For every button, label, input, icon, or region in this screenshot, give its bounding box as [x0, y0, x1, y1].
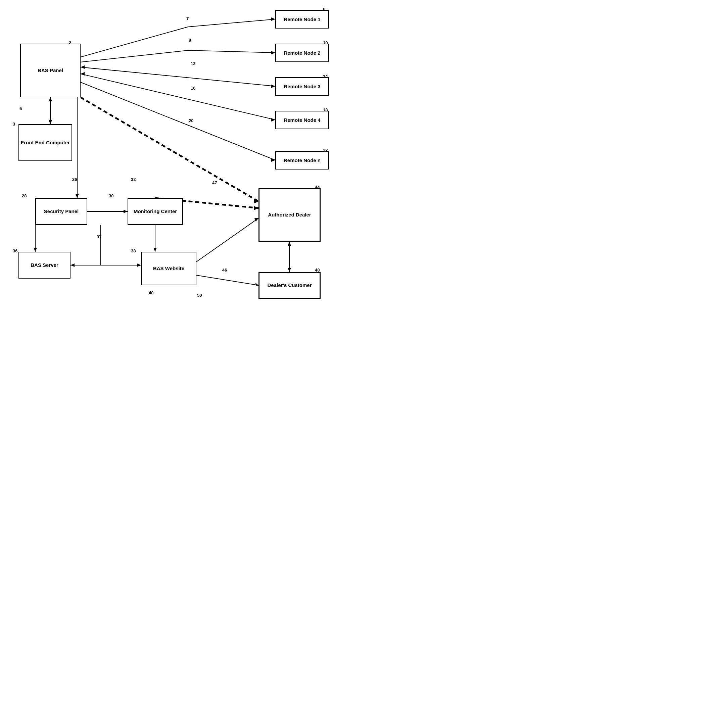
label-44: 44 [315, 185, 319, 190]
label-32: 32 [131, 177, 136, 182]
label-8: 8 [189, 38, 191, 42]
svg-marker-27 [137, 264, 141, 267]
label-12: 12 [191, 61, 195, 66]
remote-node-4-box: Remote Node 4 [275, 111, 329, 129]
label-10: 10 [323, 40, 328, 45]
label-6: 6 [323, 7, 325, 12]
svg-marker-5 [271, 51, 275, 54]
dealers-customer-box: Dealer's Customer [258, 272, 321, 299]
remote-node-2-box: Remote Node 2 [275, 44, 329, 62]
svg-marker-30 [254, 218, 258, 222]
label-3: 3 [13, 121, 15, 127]
svg-marker-10 [271, 118, 275, 121]
svg-line-0 [80, 27, 188, 57]
svg-marker-11 [80, 72, 85, 76]
label-20: 20 [189, 118, 193, 123]
svg-line-9 [80, 74, 275, 120]
diagram: BAS Panel Front End Computer Security Pa… [0, 0, 354, 364]
security-panel-box: Security Panel [35, 198, 87, 225]
svg-marker-20 [124, 210, 128, 213]
label-2: 2 [69, 40, 71, 45]
svg-line-4 [188, 50, 275, 53]
front-end-computer-box: Front End Computer [19, 124, 72, 161]
svg-line-31 [196, 275, 258, 285]
label-28: 28 [22, 193, 26, 198]
svg-marker-8 [80, 66, 85, 69]
label-14: 14 [323, 74, 328, 79]
label-50: 50 [197, 293, 202, 298]
monitoring-center-box: Monitoring Center [128, 198, 183, 225]
label-22: 22 [323, 148, 328, 153]
svg-marker-35 [288, 242, 291, 246]
svg-marker-22 [34, 248, 37, 252]
svg-marker-37 [254, 206, 258, 210]
remote-node-n-box: Remote Node n [275, 151, 329, 169]
label-38: 38 [131, 248, 136, 254]
remote-node-1-box: Remote Node 1 [275, 10, 329, 29]
remote-node-3-box: Remote Node 3 [275, 77, 329, 96]
label-7: 7 [186, 16, 189, 21]
svg-line-12 [80, 82, 275, 160]
svg-line-3 [80, 50, 188, 62]
label-30: 30 [109, 193, 114, 198]
svg-line-1 [188, 19, 275, 27]
svg-marker-16 [49, 97, 52, 101]
svg-marker-7 [271, 85, 275, 88]
svg-line-6 [80, 67, 275, 86]
svg-line-38 [80, 97, 258, 201]
svg-marker-15 [49, 120, 52, 124]
label-16: 16 [191, 86, 195, 90]
bas-website-box: BAS Website [141, 252, 196, 285]
svg-marker-34 [288, 268, 291, 272]
label-47: 47 [212, 180, 217, 185]
bas-server-box: BAS Server [19, 252, 70, 279]
label-18: 18 [323, 107, 328, 112]
label-36: 36 [13, 248, 18, 254]
svg-marker-32 [255, 283, 258, 286]
label-48: 48 [315, 267, 319, 273]
authorized-dealer-box: Authorized Dealer [258, 188, 321, 242]
label-46: 46 [222, 267, 227, 273]
svg-marker-25 [137, 264, 141, 267]
svg-line-29 [196, 218, 258, 262]
svg-marker-39 [254, 199, 258, 203]
svg-marker-28 [70, 264, 74, 267]
bas-panel-box: BAS Panel [20, 44, 80, 97]
label-37: 37 [97, 234, 101, 239]
svg-marker-13 [271, 158, 275, 162]
svg-marker-18 [76, 194, 79, 198]
label-5: 5 [19, 106, 22, 111]
label-26: 26 [72, 177, 77, 182]
svg-marker-2 [271, 18, 275, 21]
svg-marker-41 [153, 248, 157, 252]
label-40: 40 [149, 290, 153, 295]
